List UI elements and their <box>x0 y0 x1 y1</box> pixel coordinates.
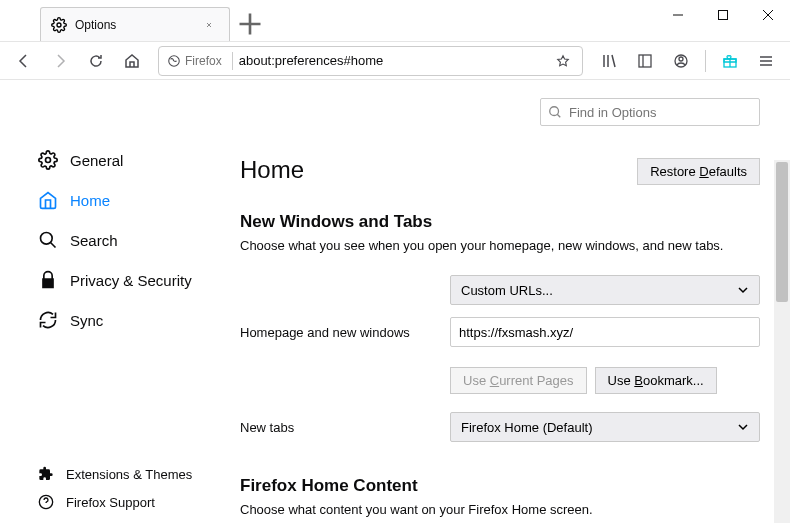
homepage-mode-select[interactable]: Custom URLs... <box>450 275 760 305</box>
scrollbar-thumb[interactable] <box>776 162 788 302</box>
chevron-down-icon <box>737 421 749 433</box>
svg-rect-1 <box>718 11 727 20</box>
puzzle-icon <box>38 466 54 482</box>
titlebar: Options <box>0 0 790 42</box>
section-new-windows-tabs-desc: Choose what you see when you open your h… <box>240 238 760 253</box>
svg-point-0 <box>57 23 61 27</box>
toolbar: Firefox about:preferences#home <box>0 42 790 80</box>
firefox-icon <box>167 54 181 68</box>
sidebar-item-privacy[interactable]: Privacy & Security <box>30 260 220 300</box>
svg-point-8 <box>41 233 53 245</box>
preferences-sidebar: General Home Search Privacy & Security S… <box>0 80 220 523</box>
sidebar-icon <box>637 53 653 69</box>
forward-button[interactable] <box>44 45 76 77</box>
content-area: General Home Search Privacy & Security S… <box>0 80 790 523</box>
library-icon <box>601 53 617 69</box>
sidebar-item-extensions[interactable]: Extensions & Themes <box>30 460 220 488</box>
sidebar-item-label: Search <box>70 232 118 249</box>
close-icon <box>205 17 213 33</box>
arrow-left-icon <box>16 53 32 69</box>
menu-button[interactable] <box>750 45 782 77</box>
svg-rect-3 <box>639 55 651 67</box>
url-bar[interactable]: Firefox about:preferences#home <box>158 46 583 76</box>
close-window-button[interactable] <box>745 0 790 30</box>
window-controls <box>655 0 790 30</box>
homepage-url-row: Homepage and new windows <box>240 317 760 347</box>
homepage-field-label: Homepage and new windows <box>240 325 450 340</box>
lock-icon <box>38 270 58 290</box>
homepage-row: Custom URLs... <box>240 275 760 305</box>
plus-icon <box>236 10 264 38</box>
find-in-options-input[interactable] <box>540 98 760 126</box>
use-bookmark-button[interactable]: Use Bookmark... <box>595 367 717 394</box>
sidebar-item-label: Sync <box>70 312 103 329</box>
bookmark-star-icon[interactable] <box>556 54 570 68</box>
library-button[interactable] <box>593 45 625 77</box>
url-identity-label: Firefox <box>185 54 222 68</box>
newtabs-label: New tabs <box>240 420 450 435</box>
minimize-button[interactable] <box>655 0 700 30</box>
hamburger-icon <box>758 53 774 69</box>
home-icon <box>124 53 140 69</box>
home-button[interactable] <box>116 45 148 77</box>
restore-defaults-button[interactable]: Restore Defaults <box>637 158 760 185</box>
toolbar-right <box>593 45 782 77</box>
gear-icon <box>51 17 67 33</box>
sidebar-item-label: General <box>70 152 123 169</box>
select-value: Firefox Home (Default) <box>461 420 592 435</box>
sidebar-item-sync[interactable]: Sync <box>30 300 220 340</box>
sidebar-item-label: Firefox Support <box>66 495 155 510</box>
tab-title: Options <box>75 18 205 32</box>
homepage-url-input[interactable] <box>450 317 760 347</box>
section-new-windows-tabs-title: New Windows and Tabs <box>240 212 760 232</box>
find-in-options <box>540 98 760 126</box>
back-button[interactable] <box>8 45 40 77</box>
url-text: about:preferences#home <box>239 53 556 68</box>
chevron-down-icon <box>737 284 749 296</box>
new-tab-button[interactable] <box>236 10 264 38</box>
newtabs-row: New tabs Firefox Home (Default) <box>240 412 760 442</box>
svg-point-5 <box>679 57 683 61</box>
scrollbar[interactable] <box>774 160 790 523</box>
section-home-content-desc: Choose what content you want on your Fir… <box>240 502 760 517</box>
account-icon <box>673 53 689 69</box>
sync-icon <box>38 310 58 330</box>
gear-icon <box>38 150 58 170</box>
account-button[interactable] <box>665 45 697 77</box>
browser-tab[interactable]: Options <box>40 7 230 41</box>
homepage-buttons-row: Use Current Pages Use Bookmark... <box>240 357 760 394</box>
maximize-icon <box>717 9 729 21</box>
sidebar-item-label: Privacy & Security <box>70 272 192 289</box>
sidebar-item-label: Extensions & Themes <box>66 467 192 482</box>
home-icon <box>38 190 58 210</box>
sidebar-button[interactable] <box>629 45 661 77</box>
question-icon <box>38 494 54 510</box>
sidebar-item-home[interactable]: Home <box>30 180 220 220</box>
newtabs-select[interactable]: Firefox Home (Default) <box>450 412 760 442</box>
close-tab-button[interactable] <box>205 17 221 33</box>
maximize-button[interactable] <box>700 0 745 30</box>
sidebar-item-support[interactable]: Firefox Support <box>30 488 220 516</box>
close-icon <box>762 9 774 21</box>
arrow-right-icon <box>52 53 68 69</box>
preferences-main: Home Restore Defaults New Windows and Ta… <box>220 80 790 523</box>
extension-button[interactable] <box>714 45 746 77</box>
reload-button[interactable] <box>80 45 112 77</box>
sidebar-item-search[interactable]: Search <box>30 220 220 260</box>
use-current-pages-button[interactable]: Use Current Pages <box>450 367 587 394</box>
separator <box>705 50 706 72</box>
select-value: Custom URLs... <box>461 283 553 298</box>
search-icon <box>38 230 58 250</box>
sidebar-item-label: Home <box>70 192 110 209</box>
section-home-content-title: Firefox Home Content <box>240 476 760 496</box>
separator <box>232 52 233 70</box>
gift-icon <box>722 53 738 69</box>
sidebar-item-general[interactable]: General <box>30 140 220 180</box>
reload-icon <box>88 53 104 69</box>
svg-point-7 <box>46 158 51 163</box>
minimize-icon <box>672 9 684 21</box>
